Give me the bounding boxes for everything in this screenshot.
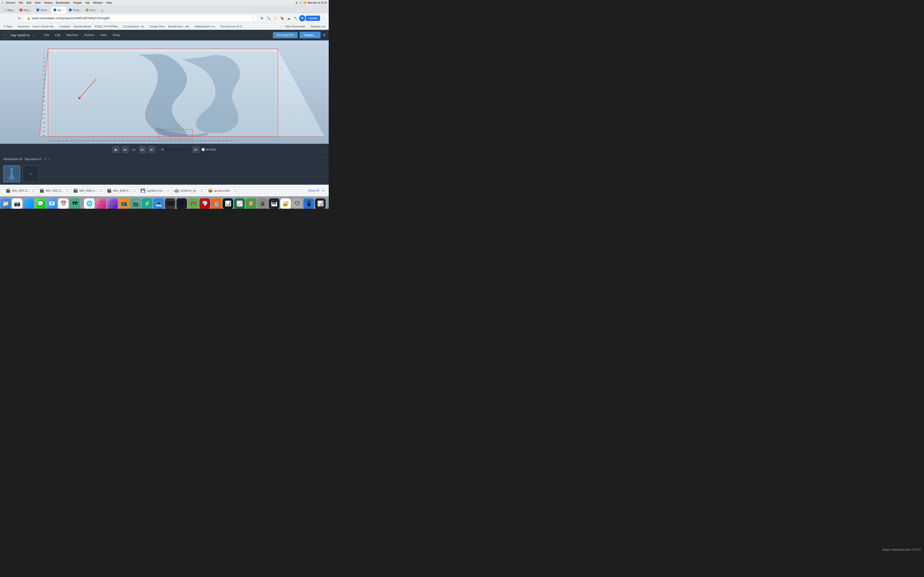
bm-gdrive[interactable]: Google Drive (148, 24, 166, 28)
profile-button[interactable]: R (299, 15, 305, 21)
tab-easel[interactable]: 🔵 Ea × (51, 7, 66, 13)
bm-brand[interactable]: BrandColors - offi... (167, 24, 192, 28)
tab-proj[interactable]: 🔵 Proje... (67, 7, 83, 13)
dock-mail[interactable]: 📧 (47, 198, 57, 209)
nav-edit[interactable]: Edit (52, 30, 63, 40)
dock-excel[interactable]: 📈 (234, 198, 245, 209)
project-star[interactable]: ☆ (32, 33, 36, 37)
refresh-button[interactable]: ↻ (16, 15, 23, 21)
dock-iterm[interactable]: ⌨ (165, 198, 175, 209)
dock-keychain[interactable]: 🔐 (280, 198, 291, 209)
dock-istat[interactable]: 📊 (315, 198, 326, 209)
nav-toolbox[interactable]: Toolbox (81, 30, 97, 40)
ext-btn-5[interactable]: ☁ (286, 15, 292, 21)
dl-chevron-5[interactable]: ∧ (167, 189, 169, 192)
nav-help[interactable]: Help (97, 30, 110, 40)
dock-ps[interactable]: 📊 (223, 198, 233, 209)
tab-mary[interactable]: 📋 Mary... (1, 7, 17, 13)
apps-bookmark[interactable]: ⠿ Apps (2, 24, 14, 29)
tab-terra[interactable]: 🟢 terra... (84, 7, 99, 13)
dock-ruby[interactable]: 💎 (199, 198, 210, 209)
ext-btn-3[interactable]: ⚡ (272, 15, 278, 21)
filename-dropdown[interactable]: ▼ (44, 158, 47, 160)
nav-shop[interactable]: Shop (110, 30, 123, 40)
bm-account[interactable]: Your Account (R.S... (219, 24, 246, 28)
settings-icon[interactable]: ⚙ (322, 33, 326, 37)
canvas-area[interactable]: 0 10 20 30 40 50 60 70 80 90 100 110 120… (0, 40, 329, 144)
progress-bar[interactable] (162, 149, 190, 150)
dock-zoom[interactable]: 💻 (153, 198, 164, 209)
bm-flight[interactable]: Flightradar24: Liv... (193, 24, 218, 28)
other-bookmarks[interactable]: Other Bookmarks (283, 24, 307, 28)
dock-podcast[interactable]: 🎧 (107, 198, 118, 209)
dock-safari[interactable]: 🌐 (23, 198, 34, 209)
menu-people[interactable]: People (73, 1, 82, 4)
back-button[interactable]: ← (2, 15, 8, 21)
dl-chevron-2[interactable]: ∧ (66, 189, 68, 192)
dock-ai[interactable]: 🤖 (211, 198, 221, 209)
ext-btn-4[interactable]: 🔖 (279, 15, 285, 21)
dl-chevron-7[interactable]: ∧ (234, 189, 236, 192)
menu-file[interactable]: File (19, 1, 23, 4)
dl-chevron-6[interactable]: ∧ (201, 189, 203, 192)
workpiece-thumb-1[interactable] (3, 165, 20, 182)
reading-list[interactable]: Reading List (309, 24, 327, 28)
bm-more[interactable]: » (279, 24, 283, 28)
ext-btn-1[interactable]: ⚙ (258, 15, 265, 21)
downloads-close-button[interactable]: × (321, 189, 325, 193)
chrome-menu-button[interactable]: ⋮ (320, 15, 327, 21)
new-tab-button[interactable]: + (100, 8, 105, 13)
tab-reco[interactable]: 🔴 Reco... (17, 7, 34, 13)
menu-bookmarks[interactable]: Bookmarks (56, 1, 70, 4)
dock-vlc[interactable]: 📺 (119, 198, 129, 209)
dock-chrome[interactable]: 🌐 (84, 198, 95, 209)
dock-messages[interactable]: 💬 (35, 198, 45, 209)
apple-menu[interactable]:  (2, 1, 3, 5)
url-bar[interactable]: 🔒 easel.inventables.com/projects/on9lGU6… (24, 15, 258, 22)
forward-button[interactable]: → (9, 15, 15, 21)
dock-security[interactable]: 🛡 (292, 198, 302, 209)
bm-advanced[interactable]: Advanced (16, 24, 31, 28)
dock-calendar[interactable]: 📅 (58, 198, 69, 209)
ext-btn-6[interactable]: 🔧 (292, 15, 299, 21)
menu-view[interactable]: View (35, 1, 41, 4)
bm-unsplash[interactable]: Unsplash (58, 24, 72, 28)
dock-ios[interactable]: 📱 (304, 198, 314, 209)
dock-maps[interactable]: 🗺 (69, 198, 80, 209)
dock-itunes[interactable]: 🎵 (95, 198, 106, 209)
dock-screenflow[interactable]: 🎯 (246, 198, 256, 209)
help-icon[interactable]: ? (48, 158, 50, 161)
bm-home[interactable]: Home | Buster Be... (31, 24, 57, 28)
dock-handbrake[interactable]: 🎬 (130, 198, 141, 209)
bm-circuit[interactable]: Circuit Basics - Ar... (121, 24, 147, 28)
dl-chevron-4[interactable]: ∧ (133, 189, 136, 192)
dock-photos[interactable]: 📷 (12, 198, 23, 209)
menu-history[interactable]: History (44, 1, 53, 4)
menu-chrome[interactable]: Chrome (5, 1, 15, 4)
add-workpiece-button[interactable]: + (23, 166, 39, 182)
nav-machine[interactable]: Machine (63, 30, 81, 40)
dock-figma[interactable]: ✏ (176, 198, 187, 209)
dock-pianoroll[interactable]: 🎹 (269, 198, 279, 209)
update-button[interactable]: Update (306, 16, 320, 21)
dock-print[interactable]: 🖨 (257, 198, 268, 209)
get-easel-pro-button[interactable]: Get Easel Pro (273, 32, 298, 38)
skip-to-end-button[interactable]: ⏭ (192, 146, 199, 153)
menu-edit[interactable]: Edit (26, 1, 31, 4)
play-button[interactable]: ▶ (112, 146, 120, 153)
tab-close-easel[interactable]: × (63, 8, 65, 12)
menu-help[interactable]: Help (106, 1, 112, 4)
nav-file[interactable]: File (41, 30, 52, 40)
rewind-button[interactable]: ⏮ (121, 146, 129, 153)
carve-button[interactable]: Carve... (300, 32, 320, 38)
dock-zbrush[interactable]: 🎮 (188, 198, 199, 209)
menu-tab[interactable]: Tab (85, 1, 90, 4)
bm-steel[interactable]: STEEL F/X PATINA... (93, 24, 121, 28)
menu-window[interactable]: Window (93, 1, 103, 4)
dl-chevron-1[interactable]: ∧ (32, 189, 34, 192)
skip-end-button[interactable]: ⏭ (148, 146, 155, 153)
tab-vect[interactable]: 🔵 Vecto... (34, 7, 51, 13)
dock-files[interactable]: 📁 (0, 198, 11, 209)
show-all-button[interactable]: Show All (306, 189, 321, 192)
fast-forward-button[interactable]: ⏭ (139, 146, 146, 153)
